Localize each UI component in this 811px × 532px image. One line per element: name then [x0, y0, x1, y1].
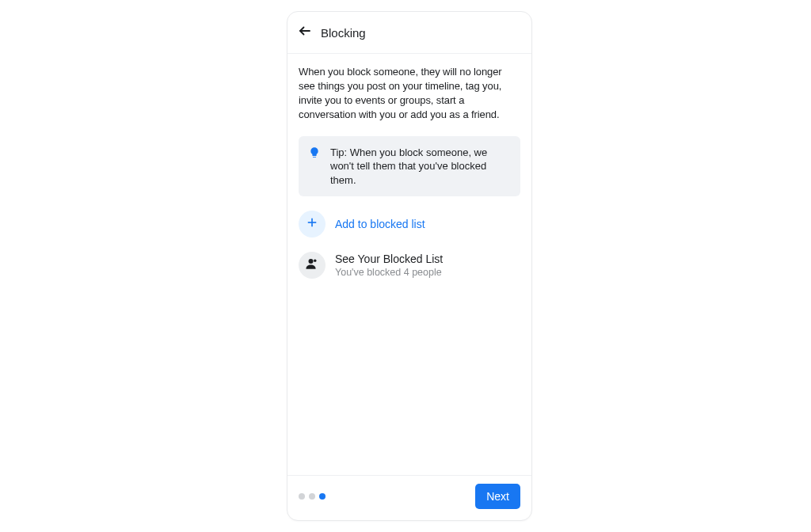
add-to-blocked-row[interactable]: Add to blocked list: [299, 211, 520, 238]
arrow-left-icon: [298, 24, 312, 41]
add-icon-circle: [299, 211, 326, 238]
plus-icon: [305, 215, 319, 233]
description-text: When you block someone, they will no lon…: [299, 65, 520, 122]
page-title: Blocking: [321, 26, 366, 40]
see-blocked-subtitle: You've blocked 4 people: [335, 267, 443, 278]
back-button[interactable]: [295, 23, 314, 42]
progress-dot-2: [309, 493, 315, 500]
lightbulb-icon: [308, 146, 322, 161]
progress-dot-3: [319, 493, 326, 500]
svg-point-3: [309, 259, 314, 264]
people-icon: [305, 256, 319, 274]
blocking-settings-card: Blocking When you block someone, they wi…: [287, 11, 532, 521]
see-blocked-text: See Your Blocked List You've blocked 4 p…: [335, 253, 443, 278]
tip-text: Tip: When you block someone, we won't te…: [330, 146, 509, 188]
tip-box: Tip: When you block someone, we won't te…: [299, 136, 520, 197]
add-to-blocked-label: Add to blocked list: [335, 218, 425, 230]
next-button[interactable]: Next: [475, 484, 520, 509]
header: Blocking: [287, 12, 531, 54]
progress-dots: [299, 493, 326, 500]
svg-point-4: [314, 260, 316, 262]
progress-dot-1: [299, 493, 305, 500]
content-area: When you block someone, they will no lon…: [287, 54, 531, 475]
see-blocked-row[interactable]: See Your Blocked List You've blocked 4 p…: [299, 252, 520, 279]
see-blocked-title: See Your Blocked List: [335, 253, 443, 265]
footer: Next: [287, 475, 531, 520]
people-icon-circle: [299, 252, 326, 279]
